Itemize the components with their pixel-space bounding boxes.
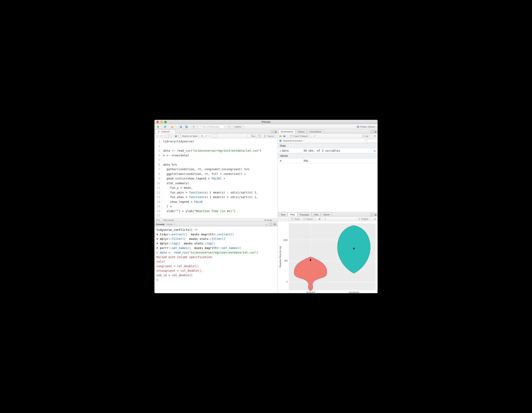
env-row[interactable]: n 50L xyxy=(278,158,378,163)
tab-packages[interactable]: Packages xyxy=(298,212,311,216)
svg-rect-26 xyxy=(291,135,293,137)
svg-text:congruent: congruent xyxy=(306,291,315,293)
source-button[interactable]: Source ▾ xyxy=(263,134,276,138)
plot-prev-icon[interactable]: ⟸ xyxy=(279,217,282,220)
wand-icon[interactable] xyxy=(205,135,208,137)
compile-report-button[interactable] xyxy=(213,134,218,138)
project-picker[interactable]: R Project: (None) ▾ xyxy=(357,125,376,128)
editor-status-bar: 17:1 (Top Level) ⌃⌄ R Script ⌃⌄ xyxy=(154,218,278,222)
plot-next-icon[interactable]: ⟹ xyxy=(283,217,286,220)
goto-file-input[interactable]: ↪ Go to file/function xyxy=(199,125,224,129)
file-type-label[interactable]: R Script xyxy=(265,219,272,221)
remove-plot-icon[interactable]: ⊘ xyxy=(318,217,321,221)
refresh-icon[interactable]: ⟳ xyxy=(374,134,376,138)
find-icon[interactable] xyxy=(201,135,204,137)
scope-label[interactable]: (Top Level) xyxy=(163,219,174,221)
environment-pane: Environment History Connections ▢ ▣ Impo… xyxy=(278,129,378,212)
import-icon xyxy=(290,135,293,137)
env-toolbar: Import Dataset ▾ ≡ List ▾ ⟳ xyxy=(278,134,378,138)
addins-button[interactable]: Addins ▾ xyxy=(234,125,244,129)
tab-help[interactable]: Help xyxy=(312,212,321,216)
main-toolbar: ▾ ▾ ↪ Go to file/function ▾ xyxy=(154,124,378,129)
console-output[interactable]: tidyverse_conflicts() ──✖ tidyr::extract… xyxy=(154,226,278,293)
svg-rect-30 xyxy=(304,218,305,220)
env-maximize-icon[interactable]: ▣ xyxy=(374,130,377,133)
console-maximize-icon[interactable]: ▣ xyxy=(273,223,276,226)
list-view-button[interactable]: ≡ List ▾ xyxy=(362,134,371,138)
save-all-button[interactable] xyxy=(184,125,189,129)
print-button[interactable] xyxy=(191,125,196,129)
svg-rect-22 xyxy=(214,135,216,137)
close-tab-icon[interactable]: × xyxy=(172,131,173,133)
source-tab-untitled1[interactable]: Untitled1* × xyxy=(155,130,175,133)
broom-icon[interactable] xyxy=(266,223,268,226)
svg-rect-9 xyxy=(193,126,194,127)
new-project-button[interactable] xyxy=(162,125,167,129)
plots-minimize-icon[interactable]: ▢ xyxy=(370,213,373,216)
source-on-save-checkbox[interactable] xyxy=(179,135,181,137)
source-on-save-label: Source on Save xyxy=(182,135,198,137)
svg-point-29 xyxy=(292,218,293,219)
import-dataset-button[interactable]: Import Dataset ▾ xyxy=(289,134,310,138)
titlebar: RStudio xyxy=(154,120,378,124)
env-scope-row: Global Environment ▾ xyxy=(278,138,378,143)
broom-icon[interactable] xyxy=(314,135,316,137)
svg-text:incongruent: incongruent xyxy=(349,291,359,293)
new-file-button[interactable]: ▾ xyxy=(156,125,162,129)
globe-icon xyxy=(279,139,282,142)
svg-rect-7 xyxy=(186,126,187,127)
console-title: Console xyxy=(156,223,164,225)
svg-point-33 xyxy=(359,219,360,220)
code-area[interactable]: library(tidyverse) data <- read_csv("sci… xyxy=(162,138,278,218)
tab-viewer[interactable]: Viewer xyxy=(321,212,332,216)
env-tabs: Environment History Connections ▢ ▣ xyxy=(278,129,378,134)
minimize-pane-icon[interactable]: ▢ xyxy=(271,130,273,133)
goto-icon: ↪ xyxy=(200,125,202,128)
svg-rect-20 xyxy=(175,135,176,136)
tab-plots[interactable]: Plots xyxy=(288,212,297,216)
console-minimize-icon[interactable]: ▢ xyxy=(269,223,272,226)
nav-fwd-icon[interactable]: ⟹ xyxy=(160,135,163,137)
run-arrow-icon: → xyxy=(248,134,251,137)
broom-icon[interactable] xyxy=(324,217,327,220)
pane-layout: Untitled1* × ▢ ▣ ⟸ ⟹ Source xyxy=(154,129,378,293)
tab-environment[interactable]: Environment xyxy=(279,130,295,133)
export-button[interactable]: Export ▾ xyxy=(302,217,315,221)
code-editor[interactable]: 1234567891011121314151617 library(tidyve… xyxy=(154,138,278,218)
open-file-button[interactable]: ▾ xyxy=(170,125,176,129)
zoom-button[interactable]: Zoom xyxy=(290,217,301,221)
refresh-plot-icon[interactable]: ⟳ xyxy=(374,217,376,221)
publish-button[interactable]: Publish ▾ xyxy=(357,217,371,221)
open-env-icon[interactable] xyxy=(279,135,282,137)
svg-text:0: 0 xyxy=(286,281,288,283)
plot-canvas: 05001000congruentincongruentReaction Tim… xyxy=(278,221,378,293)
nav-back-icon[interactable]: ⟸ xyxy=(156,135,159,137)
tab-files[interactable]: Files xyxy=(279,212,287,216)
env-row[interactable]: ▶data 50 obs. of 3 variables ▦ xyxy=(278,148,378,153)
save-icon[interactable] xyxy=(175,135,177,137)
svg-point-21 xyxy=(201,135,203,136)
cursor-position: 17:1 xyxy=(156,219,163,221)
svg-text:R: R xyxy=(357,126,358,127)
maximize-pane-icon[interactable]: ▣ xyxy=(274,130,277,133)
search-icon xyxy=(366,140,368,142)
rerun-button[interactable]: ↻ xyxy=(257,134,262,138)
console-popout-icon[interactable]: ⇱ xyxy=(174,223,176,225)
env-table: Data ▶data 50 obs. of 3 variables ▦ Valu… xyxy=(278,143,378,212)
line-gutter: 1234567891011121314151617 xyxy=(154,138,162,218)
source-tabs: Untitled1* × ▢ ▣ xyxy=(154,129,278,134)
tab-connections[interactable]: Connections xyxy=(307,130,323,133)
console-path: ~/rproj/ xyxy=(166,223,173,225)
save-env-icon[interactable] xyxy=(283,135,286,137)
env-scope-label[interactable]: Global Environment xyxy=(283,140,302,142)
grid-view-button[interactable]: ▾ xyxy=(227,125,233,129)
publish-icon xyxy=(358,217,361,220)
env-minimize-icon[interactable]: ▢ xyxy=(370,130,373,133)
popout-button[interactable] xyxy=(166,134,171,138)
plots-maximize-icon[interactable]: ▣ xyxy=(374,213,377,216)
svg-point-28 xyxy=(366,140,367,141)
env-search-input[interactable] xyxy=(365,139,376,142)
save-button[interactable] xyxy=(179,125,183,129)
tab-history[interactable]: History xyxy=(296,130,307,133)
run-button[interactable]: → Run xyxy=(247,134,256,138)
